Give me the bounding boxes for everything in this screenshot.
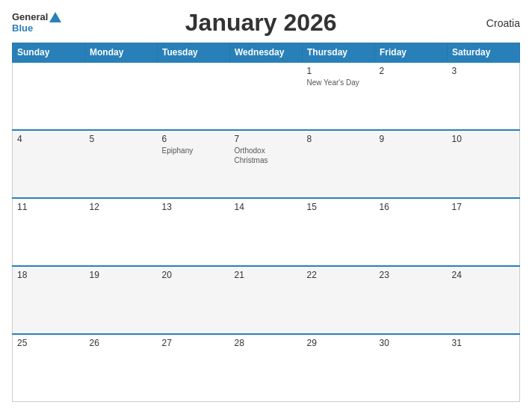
day-cell: 7Orthodox Christmas	[230, 130, 303, 198]
week-row-4: 18192021222324	[13, 266, 520, 334]
day-cell	[13, 62, 85, 130]
day-cell: 6Epiphany	[158, 130, 230, 198]
calendar-table: Sunday Monday Tuesday Wednesday Thursday…	[12, 43, 520, 402]
day-number: 7	[235, 134, 298, 144]
holiday-label: Epiphany	[162, 146, 226, 155]
day-cell: 2	[375, 62, 448, 130]
day-number: 13	[162, 202, 226, 212]
logo-blue-text: Blue	[12, 23, 33, 34]
header-tuesday: Tuesday	[158, 43, 230, 63]
day-number: 9	[380, 134, 443, 144]
header-wednesday: Wednesday	[230, 43, 303, 63]
holiday-label: New Year's Day	[307, 78, 371, 87]
day-number: 19	[90, 270, 153, 280]
header-saturday: Saturday	[448, 43, 520, 63]
weekday-header-row: Sunday Monday Tuesday Wednesday Thursday…	[13, 43, 520, 63]
day-number: 20	[162, 270, 226, 280]
day-number: 16	[380, 202, 443, 212]
holiday-label: Orthodox Christmas	[235, 146, 298, 165]
day-cell: 11	[13, 198, 85, 266]
country-label: Croatia	[460, 17, 520, 29]
day-cell: 29	[303, 334, 375, 402]
day-number: 25	[17, 338, 81, 348]
day-number: 1	[307, 66, 371, 76]
day-cell: 10	[448, 130, 520, 198]
calendar-title: January 2026	[61, 9, 460, 37]
day-number: 29	[307, 338, 371, 348]
day-number: 5	[90, 134, 153, 144]
day-cell: 13	[158, 198, 230, 266]
header-friday: Friday	[375, 43, 448, 63]
logo-general-text: General	[12, 12, 48, 22]
day-cell: 19	[85, 266, 158, 334]
calendar-page: General Blue January 2026 Croatia Sunday…	[0, 0, 532, 411]
day-number: 15	[307, 202, 371, 212]
day-cell: 27	[158, 334, 230, 402]
day-cell	[158, 62, 230, 130]
day-number: 6	[162, 134, 226, 144]
day-number: 3	[452, 66, 516, 76]
day-number: 27	[162, 338, 226, 348]
header-monday: Monday	[85, 43, 158, 63]
day-number: 22	[307, 270, 371, 280]
day-number: 10	[452, 134, 516, 144]
day-cell: 1New Year's Day	[303, 62, 375, 130]
day-cell: 14	[230, 198, 303, 266]
day-cell: 4	[13, 130, 85, 198]
day-number: 17	[452, 202, 516, 212]
day-cell: 17	[448, 198, 520, 266]
day-number: 2	[380, 66, 443, 76]
week-row-5: 25262728293031	[13, 334, 520, 402]
day-number: 26	[90, 338, 153, 348]
day-cell: 8	[303, 130, 375, 198]
day-number: 28	[235, 338, 298, 348]
day-cell	[230, 62, 303, 130]
day-cell: 30	[375, 334, 448, 402]
day-cell: 3	[448, 62, 520, 130]
logo-triangle-icon	[49, 12, 61, 22]
day-number: 24	[452, 270, 516, 280]
day-cell: 15	[303, 198, 375, 266]
day-cell: 9	[375, 130, 448, 198]
day-cell: 24	[448, 266, 520, 334]
day-cell	[85, 62, 158, 130]
day-cell: 20	[158, 266, 230, 334]
day-cell: 22	[303, 266, 375, 334]
day-cell: 31	[448, 334, 520, 402]
day-number: 21	[235, 270, 298, 280]
day-cell: 26	[85, 334, 158, 402]
day-cell: 5	[85, 130, 158, 198]
week-row-1: 1New Year's Day23	[13, 62, 520, 130]
day-cell: 16	[375, 198, 448, 266]
day-cell: 21	[230, 266, 303, 334]
day-number: 8	[307, 134, 371, 144]
header: General Blue January 2026 Croatia	[12, 9, 520, 37]
day-number: 12	[90, 202, 153, 212]
day-cell: 12	[85, 198, 158, 266]
day-number: 11	[17, 202, 81, 212]
day-cell: 28	[230, 334, 303, 402]
week-row-3: 11121314151617	[13, 198, 520, 266]
header-thursday: Thursday	[303, 43, 375, 63]
day-cell: 23	[375, 266, 448, 334]
day-number: 4	[17, 134, 81, 144]
day-cell: 18	[13, 266, 85, 334]
day-cell: 25	[13, 334, 85, 402]
day-number: 23	[380, 270, 443, 280]
day-number: 18	[17, 270, 81, 280]
week-row-2: 456Epiphany7Orthodox Christmas8910	[13, 130, 520, 198]
header-sunday: Sunday	[13, 43, 85, 63]
day-number: 14	[235, 202, 298, 212]
day-number: 31	[452, 338, 516, 348]
logo: General Blue	[12, 12, 61, 34]
day-number: 30	[380, 338, 443, 348]
